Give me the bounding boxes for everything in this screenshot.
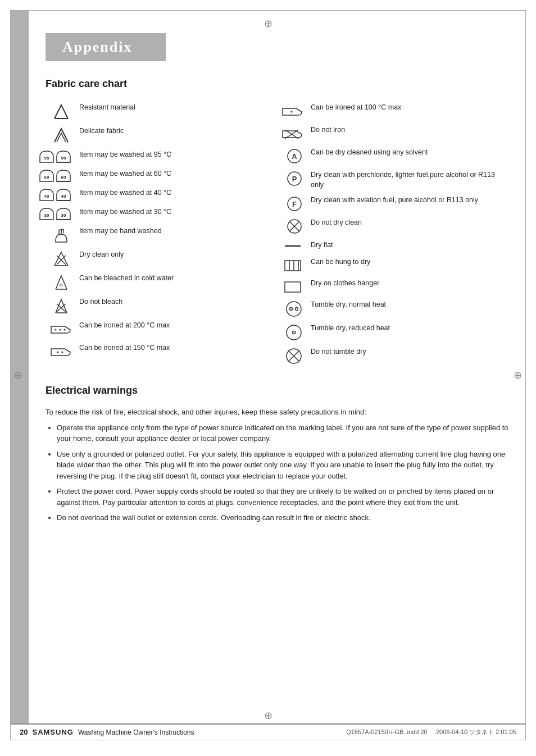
care-text-wash40: Item may be washed at 40 °C — [77, 188, 275, 198]
svg-text:40: 40 — [61, 194, 66, 199]
care-text-drycleanF: Dry clean with aviation fuel, pure alcoh… — [308, 195, 506, 206]
care-text-drycleanP: Dry clean with perchloride, lighter fuel… — [308, 170, 506, 190]
care-text-dryflat: Dry flat — [308, 240, 506, 251]
care-text-handwash: Item may be hand washed — [77, 226, 275, 236]
care-text-delicate: Delicate fabric — [77, 126, 275, 136]
care-item-nodryclean: Do not dry clean — [277, 215, 508, 238]
care-item-dryflat: Dry flat — [277, 238, 508, 254]
wash95-icon: 95 95 — [46, 150, 71, 163]
page-title: Appendix — [62, 39, 132, 56]
care-chart: Resistant material Delicate fabric — [46, 100, 508, 368]
care-item-iron200: Can be ironed at 200 °C max — [46, 318, 277, 340]
electrical-section: Electrical warnings To reduce the risk o… — [46, 385, 508, 523]
drycleanF-icon: F — [277, 195, 303, 212]
care-text-nodryclean: Do not dry clean — [308, 218, 506, 228]
wash40-icon: 40 40 — [46, 188, 71, 202]
care-text-iron100: Can be ironed at 100 °C max — [308, 103, 506, 113]
care-text-notumble: Do not tumble dry — [308, 347, 506, 357]
svg-text:95: 95 — [61, 156, 66, 161]
care-item-delicate: Delicate fabric — [46, 124, 277, 147]
reg-mark-top: ⊕ — [264, 17, 272, 30]
footer-file: Q1657A-02150H-GB..indd 20 — [346, 728, 427, 735]
svg-point-48 — [290, 308, 293, 311]
wash30-icon: 30 30 — [46, 207, 71, 221]
section-fabric-care: Fabric care chart — [46, 78, 508, 90]
hung-icon — [277, 257, 303, 273]
title-band: Appendix — [46, 33, 166, 61]
care-col-right: Can be ironed at 100 °C max Do not iron — [277, 100, 508, 368]
svg-point-49 — [296, 308, 298, 311]
care-text-drycleanonly: Dry clean only — [77, 250, 275, 260]
care-item-iron150: Can be ironed at 150 °C max — [46, 340, 277, 363]
care-item-drycleanF: F Dry clean with aviation fuel, pure alc… — [277, 193, 508, 215]
svg-point-29 — [291, 111, 293, 113]
svg-text:60: 60 — [44, 175, 49, 180]
svg-text:A: A — [292, 152, 297, 161]
electrical-bullet-1: Operate the appliance only from the type… — [57, 422, 508, 444]
care-item-drycleanonly: Dry clean only — [46, 247, 277, 271]
svg-text:P: P — [292, 175, 297, 183]
care-item-resistant: Resistant material — [46, 100, 277, 124]
resistant-icon — [46, 103, 71, 121]
reg-mark-left: ⊕ — [14, 369, 22, 381]
page-content: Appendix Fabric care chart Resistant mat… — [29, 11, 525, 545]
nodryclean-icon — [277, 218, 303, 235]
drycleanonly-icon — [46, 250, 71, 268]
svg-point-27 — [57, 352, 59, 353]
svg-point-25 — [60, 329, 61, 331]
section-electrical: Electrical warnings — [46, 385, 508, 397]
care-col-left: Resistant material Delicate fabric — [46, 100, 277, 368]
care-item-bleachcold: cl Can be bleached in cold water — [46, 271, 277, 294]
care-text-bleachcold: Can be bleached in cold water — [77, 274, 275, 284]
care-item-handwash: Item may be hand washed — [46, 224, 277, 247]
care-text-hung: Can be hung to dry — [308, 257, 506, 267]
care-text-tumblereduced: Tumble dry, reduced heat — [308, 324, 506, 334]
page-outer: ⊕ ⊕ ⊕ ⊕ Appendix Fabric care chart — [10, 10, 526, 740]
care-item-nobleach: Do not bleach — [46, 294, 277, 318]
electrical-intro: To reduce the risk of fire, electrical s… — [46, 407, 508, 418]
iron100-icon — [277, 103, 303, 120]
care-text-tumbleheat: Tumble dry, normal heat — [308, 300, 506, 310]
svg-text:30: 30 — [44, 213, 49, 218]
care-item-tumblereduced: Tumble dry, reduced heat — [277, 321, 508, 344]
svg-text:95: 95 — [44, 156, 49, 161]
care-text-wash95: Item may be washed at 95 °C — [77, 150, 275, 160]
svg-text:F: F — [292, 200, 297, 208]
care-text-hanger: Dry on clothes hanger — [308, 279, 506, 289]
care-text-nobleach: Do not bleach — [77, 297, 275, 307]
noiron-icon — [277, 125, 303, 142]
care-item-drycleanany: A Can be dry cleaned using any solvent — [277, 145, 508, 167]
svg-text:cl: cl — [60, 283, 63, 288]
hanger-icon — [277, 279, 303, 294]
care-text-iron200: Can be ironed at 200 °C max — [77, 321, 275, 331]
svg-point-50 — [287, 325, 301, 340]
care-item-wash40: 40 40 Item may be washed at 40 °C — [46, 185, 277, 204]
iron200-icon — [46, 321, 71, 338]
electrical-list: Operate the appliance only from the type… — [57, 422, 508, 523]
footer-right: Q1657A-02150H-GB..indd 20 2006-04-10 ソタネ… — [346, 728, 516, 736]
page-footer: 20 SAMSUNG Washing Machine Owner's Instr… — [11, 723, 525, 740]
notumble-icon — [277, 347, 303, 365]
drycleanP-icon: P — [277, 170, 303, 187]
care-text-drycleanany: Can be dry cleaned using any solvent — [308, 148, 506, 158]
footer-title: Washing Machine Owner's Instructions — [78, 728, 194, 736]
svg-text:40: 40 — [44, 194, 49, 199]
care-item-hanger: Dry on clothes hanger — [277, 276, 508, 297]
footer-date: 2006-04-10 ソタネト 2:01:05 — [436, 728, 516, 735]
care-item-wash30: 30 30 Item may be washed at 30 °C — [46, 204, 277, 224]
reg-mark-bottom: ⊕ — [264, 709, 272, 722]
svg-point-26 — [64, 329, 66, 331]
svg-text:60: 60 — [61, 175, 66, 180]
svg-point-47 — [287, 302, 301, 316]
care-item-noiron: Do not iron — [277, 122, 508, 145]
care-item-hung: Can be hung to dry — [277, 254, 508, 276]
tumbleheat-icon — [277, 300, 303, 318]
electrical-bullet-2: Use only a grounded or polarized outlet.… — [57, 449, 508, 482]
tumblereduced-icon — [277, 324, 303, 341]
care-text-wash30: Item may be washed at 30 °C — [77, 207, 275, 217]
iron150-icon — [46, 343, 71, 360]
care-item-drycleanP: P Dry clean with perchloride, lighter fu… — [277, 167, 508, 193]
footer-brand: SAMSUNG — [32, 728, 73, 736]
wash60-icon: 60 60 — [46, 169, 71, 183]
svg-point-24 — [55, 329, 57, 331]
